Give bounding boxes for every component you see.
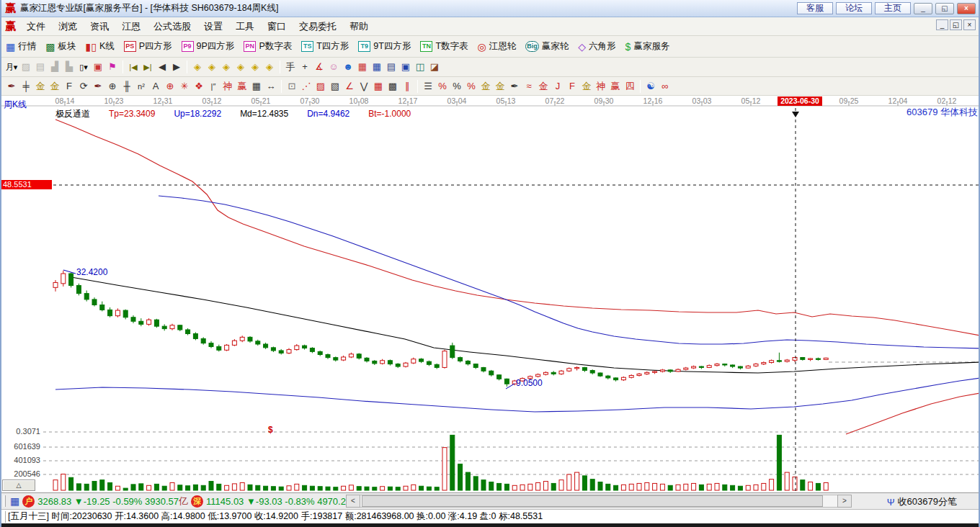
calculator-button[interactable]: ▦ — [370, 60, 383, 73]
grid-box-button[interactable]: ▩ — [386, 80, 399, 93]
last-bar-button[interactable]: ▶| — [141, 60, 154, 73]
scroll-right-button[interactable]: > — [837, 495, 852, 508]
angle-lines-button[interactable]: ∠ — [343, 80, 356, 93]
9t-square-button[interactable]: T99T四方形 — [358, 40, 411, 53]
menu-item-资讯[interactable]: 资讯 — [84, 18, 115, 35]
vee-lines-button[interactable]: ⋁ — [357, 80, 370, 93]
gold-grid-button-2[interactable]: 金 — [48, 80, 61, 93]
save-button[interactable]: ▣ — [399, 60, 412, 73]
compass-button[interactable]: ⊕ — [164, 80, 177, 93]
diamond-hcompress-button[interactable]: ◈ — [234, 60, 247, 73]
parallel-lines-button[interactable]: ∥ — [401, 80, 414, 93]
child-close-button[interactable]: × — [963, 19, 976, 30]
circle-grid-button[interactable]: ⊕ — [106, 80, 119, 93]
next-bar-button[interactable]: ▶ — [170, 60, 183, 73]
close-button[interactable]: × — [957, 3, 976, 14]
sectors-button[interactable]: ▩板块 — [45, 40, 76, 53]
scrollbar-thumb[interactable] — [362, 495, 823, 507]
menu-item-交易委托[interactable]: 交易委托 — [293, 18, 343, 35]
ying-angle-button[interactable]: 赢 — [609, 80, 622, 93]
scroll-left-button[interactable]: < — [346, 495, 360, 508]
ruler-grid-button[interactable]: ▦ — [250, 80, 263, 93]
candle-style-dropdown[interactable]: ▯▾ — [77, 60, 90, 73]
pen-tool-button-2[interactable]: ✒ — [92, 80, 104, 93]
ying-grid-button[interactable]: 赢 — [236, 80, 249, 93]
calendar-21-button[interactable]: ▦ — [356, 60, 369, 73]
spiral-tool-button[interactable]: ⟳ — [77, 80, 90, 93]
winner-service-button[interactable]: $赢家服务 — [625, 40, 670, 53]
infinity-button[interactable]: ∞ — [659, 80, 672, 93]
menu-item-公式选股[interactable]: 公式选股 — [147, 18, 197, 35]
home-link[interactable]: 主页 — [875, 2, 911, 14]
grid-red-button[interactable]: ▦ — [372, 80, 385, 93]
quote-table-icon[interactable]: ▦ — [10, 495, 19, 507]
menu-item-江恩[interactable]: 江恩 — [115, 18, 147, 35]
restore-button[interactable]: ◱ — [935, 3, 954, 14]
p-square-button[interactable]: PSP四方形 — [124, 40, 172, 53]
chart-icon-muted-1[interactable]: ▟ — [48, 60, 61, 73]
pen-tool-button[interactable]: ✒ — [5, 80, 18, 93]
menu-item-工具[interactable]: 工具 — [229, 18, 261, 35]
forum-link[interactable]: 论坛 — [836, 2, 872, 14]
percent-angle-button[interactable]: % — [436, 80, 449, 93]
line-grid-button[interactable]: ╫ — [120, 80, 133, 93]
hand-tool-button[interactable]: 手 — [284, 60, 297, 73]
kline-button[interactable]: ▮▯K线 — [85, 40, 114, 53]
n-squared-button[interactable]: n² — [135, 80, 148, 93]
menu-item-浏览[interactable]: 浏览 — [52, 18, 84, 35]
percent-levels-button[interactable]: % — [465, 80, 478, 93]
gold-grid-button-1[interactable]: 金 — [34, 80, 47, 93]
gold-circle-button[interactable]: 金 — [479, 80, 492, 93]
yinyang-button[interactable]: ☯ — [644, 80, 657, 93]
menu-item-窗口[interactable]: 窗口 — [261, 18, 293, 35]
network-button-2[interactable]: ◪ — [428, 60, 441, 73]
chart-horizontal-scrollbar[interactable]: < > — [346, 495, 852, 508]
distribution-button[interactable]: ☰ — [422, 80, 435, 93]
minimize-button[interactable]: _ — [914, 3, 932, 14]
grid-tool-button[interactable]: ╪ — [19, 80, 32, 93]
t-number-table-button[interactable]: TNT数字表 — [420, 40, 468, 53]
kline-chart-panel[interactable]: 08-1410-2312-3103-1205-2107-3010-0812-17… — [1, 96, 980, 492]
pen-measure-button[interactable]: ✒ — [508, 80, 521, 93]
notebook-button[interactable]: ▤ — [385, 60, 398, 73]
gold-levels-button[interactable]: 金 — [494, 80, 507, 93]
gold-red-button[interactable]: 金 — [537, 80, 550, 93]
fan-lines-button[interactable]: ⋰ — [300, 80, 313, 93]
si-angle-button[interactable]: 四 — [623, 80, 636, 93]
protractor-tool-button[interactable]: ∡ — [313, 60, 326, 73]
volume-pane-toggle[interactable]: △ — [2, 479, 35, 491]
menu-item-帮助[interactable]: 帮助 — [343, 18, 375, 35]
flag-marker-icon[interactable]: ⚑ — [106, 60, 119, 73]
web-grid-button[interactable]: ❖ — [192, 80, 205, 93]
stock-pick-icon-muted[interactable]: ▨ — [19, 60, 32, 73]
diamond-vexpand-button[interactable]: ◈ — [249, 60, 262, 73]
percent-button[interactable]: % — [450, 80, 463, 93]
menu-item-设置[interactable]: 设置 — [197, 18, 229, 35]
scrollbar-track[interactable] — [360, 495, 837, 508]
quotes-button[interactable]: ▦行情 — [6, 40, 36, 53]
crosshair-tool-button[interactable]: + — [298, 60, 311, 73]
gold-angle-button[interactable]: 金 — [580, 80, 593, 93]
a-mirror-button[interactable]: A — [149, 80, 162, 93]
chart-canvas[interactable]: 08-1410-2312-3103-1205-2107-3010-0812-17… — [1, 96, 980, 492]
t-square-button[interactable]: TST四方形 — [301, 40, 349, 53]
diamond-hexpand-button[interactable]: ◈ — [220, 60, 233, 73]
tick-marks-button[interactable]: |″ — [207, 80, 220, 93]
first-bar-button[interactable]: |◀ — [127, 60, 140, 73]
box-tool-button[interactable]: ⊡ — [285, 80, 298, 93]
star-grid-button[interactable]: ✳ — [178, 80, 191, 93]
width-measure-button[interactable]: ↔ — [264, 80, 277, 93]
support-link[interactable]: 客服 — [797, 2, 833, 14]
child-minimize-button[interactable]: _ — [936, 19, 948, 30]
prev-bar-button[interactable]: ◀ — [156, 60, 169, 73]
winner-wheel-button[interactable]: Big赢家轮 — [525, 40, 569, 53]
shaded-box-button[interactable]: ▧ — [329, 80, 342, 93]
gann-wheel-button[interactable]: ◎江恩轮 — [478, 40, 517, 53]
9p-square-button[interactable]: P99P四方形 — [182, 40, 235, 53]
j-angle-button[interactable]: J — [551, 80, 564, 93]
diamond-right-button[interactable]: ◈ — [205, 60, 218, 73]
wave-tool-button[interactable]: ≈ — [522, 80, 535, 93]
p-number-table-button[interactable]: PNP数字表 — [244, 40, 292, 53]
feed-status-label[interactable]: 收603679分笔 — [898, 495, 957, 508]
hexagon-button[interactable]: ◇六角形 — [578, 40, 615, 53]
